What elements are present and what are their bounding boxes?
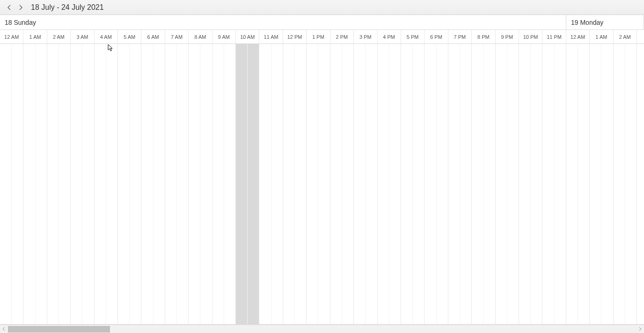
time-slot[interactable] xyxy=(82,44,94,324)
time-slot[interactable] xyxy=(625,44,637,324)
time-slot[interactable] xyxy=(236,44,248,324)
day-header-row: 18 Sunday 19 Monday xyxy=(0,15,644,30)
time-slot[interactable] xyxy=(519,44,531,324)
time-slot[interactable] xyxy=(224,44,236,324)
time-slot[interactable] xyxy=(413,44,424,324)
scroll-left-button[interactable] xyxy=(0,325,8,333)
time-slot[interactable] xyxy=(12,44,23,324)
day-header-monday[interactable]: 19 Monday xyxy=(566,15,644,29)
time-slot[interactable] xyxy=(23,44,35,324)
time-slot[interactable] xyxy=(637,44,644,324)
hour-header-row: 12 AM1 AM2 AM3 AM4 AM5 AM6 AM7 AM8 AM9 A… xyxy=(0,30,644,44)
time-slot[interactable] xyxy=(496,44,507,324)
day-header-sunday[interactable]: 18 Sunday xyxy=(0,15,566,29)
hour-header: 4 AM xyxy=(95,30,118,43)
hour-header: 1 PM xyxy=(307,30,330,43)
time-slot[interactable] xyxy=(531,44,542,324)
time-slot[interactable] xyxy=(165,44,177,324)
toolbar: 18 July - 24 July 2021 xyxy=(0,0,644,15)
time-slot[interactable] xyxy=(555,44,566,324)
time-slot[interactable] xyxy=(542,44,554,324)
time-slot[interactable] xyxy=(378,44,389,324)
hour-header: 10 AM xyxy=(236,30,259,43)
time-slot[interactable] xyxy=(460,44,472,324)
time-slot[interactable] xyxy=(389,44,401,324)
hour-header: 5 PM xyxy=(401,30,424,43)
hour-header: 11 PM xyxy=(542,30,566,43)
hour-header: 12 AM xyxy=(0,30,23,43)
hour-header: 2 AM xyxy=(614,30,637,43)
time-slot[interactable] xyxy=(0,44,12,324)
time-slot[interactable] xyxy=(507,44,519,324)
hour-header: 12 PM xyxy=(283,30,307,43)
hour-header: 10 PM xyxy=(519,30,542,43)
hour-header: 8 AM xyxy=(189,30,212,43)
time-slot[interactable] xyxy=(448,44,460,324)
time-slot[interactable] xyxy=(141,44,153,324)
time-slot[interactable] xyxy=(578,44,590,324)
time-slot[interactable] xyxy=(71,44,82,324)
hour-header: 7 PM xyxy=(448,30,472,43)
hour-header: 1 AM xyxy=(23,30,47,43)
time-slot[interactable] xyxy=(424,44,436,324)
time-slot[interactable] xyxy=(601,44,613,324)
time-slot[interactable] xyxy=(295,44,307,324)
hour-header: 9 AM xyxy=(212,30,236,43)
chevron-right-icon xyxy=(18,5,23,10)
hour-header: 3 PM xyxy=(354,30,377,43)
time-slot[interactable] xyxy=(307,44,318,324)
time-slot[interactable] xyxy=(248,44,259,324)
hour-header: 5 AM xyxy=(118,30,141,43)
next-button[interactable] xyxy=(15,2,26,13)
hour-header: 7 AM xyxy=(165,30,189,43)
time-slot[interactable] xyxy=(437,44,448,324)
time-slot[interactable] xyxy=(354,44,366,324)
time-slot[interactable] xyxy=(118,44,130,324)
time-slot[interactable] xyxy=(590,44,601,324)
time-slot[interactable] xyxy=(154,44,165,324)
time-slot[interactable] xyxy=(271,44,283,324)
time-slot[interactable] xyxy=(483,44,495,324)
hour-header: 6 PM xyxy=(424,30,448,43)
time-slot[interactable] xyxy=(200,44,212,324)
time-slot[interactable] xyxy=(342,44,354,324)
time-slot[interactable] xyxy=(212,44,224,324)
time-slot[interactable] xyxy=(177,44,189,324)
chevron-right-icon xyxy=(638,327,642,331)
hour-header: 2 AM xyxy=(47,30,71,43)
hour-header: 12 AM xyxy=(566,30,590,43)
time-slot[interactable] xyxy=(106,44,118,324)
date-range-label: 18 July - 24 July 2021 xyxy=(31,3,104,12)
hour-header: 3 AM xyxy=(71,30,94,43)
hour-header: 8 PM xyxy=(472,30,495,43)
hour-header: 2 PM xyxy=(330,30,354,43)
time-slot[interactable] xyxy=(36,44,47,324)
time-slot[interactable] xyxy=(130,44,141,324)
time-slot[interactable] xyxy=(366,44,377,324)
scroll-right-button[interactable] xyxy=(636,325,644,333)
hour-header: 9 PM xyxy=(496,30,519,43)
time-slot[interactable] xyxy=(59,44,71,324)
hour-header: 11 AM xyxy=(259,30,283,43)
time-slot[interactable] xyxy=(47,44,59,324)
time-slot[interactable] xyxy=(95,44,106,324)
time-slot[interactable] xyxy=(614,44,625,324)
time-slots[interactable] xyxy=(0,44,644,324)
time-slot[interactable] xyxy=(189,44,200,324)
hour-header: 1 AM xyxy=(590,30,613,43)
calendar-body: 18 Sunday 19 Monday 12 AM1 AM2 AM3 AM4 A… xyxy=(0,15,644,325)
time-slot[interactable] xyxy=(566,44,578,324)
time-slot[interactable] xyxy=(330,44,342,324)
scroll-track[interactable] xyxy=(8,325,636,333)
horizontal-scrollbar[interactable] xyxy=(0,325,644,333)
time-slot[interactable] xyxy=(472,44,483,324)
hour-header: 4 PM xyxy=(378,30,401,43)
chevron-left-icon xyxy=(2,327,6,331)
time-slot[interactable] xyxy=(318,44,330,324)
prev-button[interactable] xyxy=(4,2,15,13)
scroll-thumb[interactable] xyxy=(8,326,110,333)
time-slot[interactable] xyxy=(259,44,271,324)
time-slot[interactable] xyxy=(401,44,413,324)
chevron-left-icon xyxy=(7,5,12,10)
time-slot[interactable] xyxy=(283,44,295,324)
